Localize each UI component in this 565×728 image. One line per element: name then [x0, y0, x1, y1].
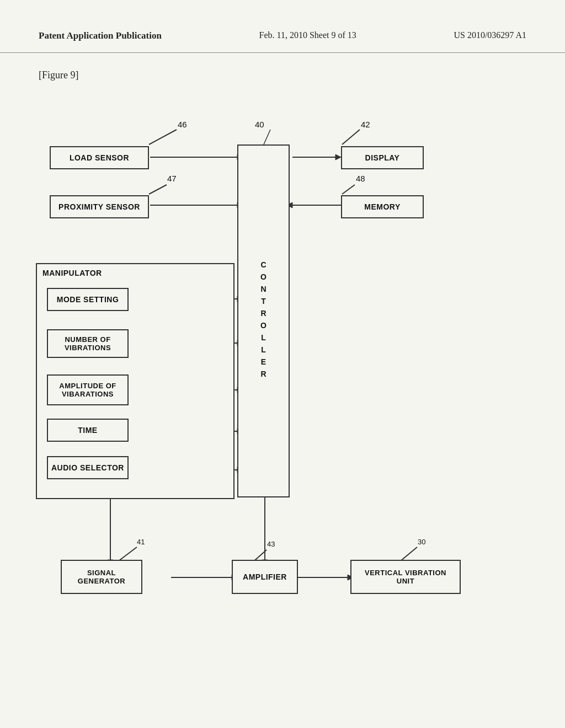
amplitude-box: AMPLITUDE OF VIBARATIONS — [47, 374, 129, 405]
label-40: 40 — [255, 120, 264, 129]
label-43: 43 — [267, 540, 275, 548]
page: Patent Application Publication Feb. 11, … — [0, 0, 565, 728]
controller-label: CONTROLLER — [237, 144, 290, 497]
svg-line-35 — [264, 130, 270, 144]
header-patent-number: US 2010/036297 A1 — [454, 30, 526, 40]
manipulator-label: MANIPULATOR — [42, 269, 102, 277]
diagram-area: 46 47 45 42 48 -45a -45b -45c -45d -45e … — [0, 92, 565, 699]
amplifier-box: AMPLIFIER — [232, 560, 298, 594]
label-47: 47 — [167, 174, 177, 183]
svg-line-24 — [119, 547, 137, 561]
header: Patent Application Publication Feb. 11, … — [0, 0, 565, 53]
svg-line-4 — [342, 185, 355, 194]
audio-selector-box: AUDIO SELECTOR — [47, 456, 129, 479]
proximity-sensor-box: PROXIMITY SENSOR — [50, 195, 149, 218]
svg-line-3 — [342, 130, 360, 144]
svg-line-0 — [149, 130, 177, 144]
label-46: 46 — [178, 120, 187, 129]
mode-setting-box: MODE SETTING — [47, 288, 129, 311]
label-42: 42 — [361, 120, 370, 129]
time-box: TIME — [47, 419, 129, 442]
signal-generator-box: SIGNAL GENERATOR — [61, 560, 142, 594]
memory-box: MEMORY — [341, 195, 424, 218]
header-date-sheet: Feb. 11, 2010 Sheet 9 of 13 — [259, 30, 356, 40]
figure-label: [Figure 9] — [0, 53, 565, 87]
label-48: 48 — [356, 174, 365, 183]
display-box: DISPLAY — [341, 146, 424, 169]
vertical-vibration-box: VERTICAL VIBRATION UNIT — [350, 560, 461, 594]
svg-marker-10 — [335, 154, 341, 160]
label-41: 41 — [137, 538, 145, 546]
number-vibrations-box: NUMBER OF VIBRATIONS — [47, 329, 129, 358]
load-sensor-box: LOAD SENSOR — [50, 146, 149, 169]
label-30: 30 — [418, 538, 425, 546]
svg-line-1 — [149, 185, 167, 194]
header-publication: Patent Application Publication — [39, 30, 162, 41]
